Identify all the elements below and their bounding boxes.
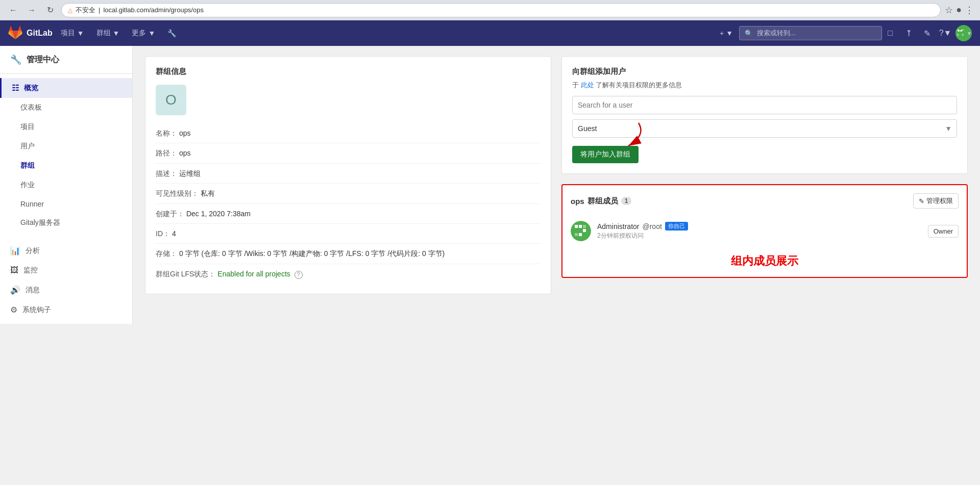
navbar-right-icons: □ ⤒ ✎ ? ▼ ▼ (882, 25, 972, 41)
group-info-title: 群组信息 (156, 67, 541, 76)
svg-rect-3 (958, 32, 960, 34)
group-info-card: 群组信息 O 名称： ops 路径： ops 描述： 运维组 可见性级别： (145, 56, 551, 294)
profile-icon[interactable]: ● (956, 5, 962, 15)
svg-rect-8 (962, 34, 964, 36)
brand-name: GitLab (27, 29, 53, 38)
content-area: 群组信息 O 名称： ops 路径： ops 描述： 运维组 可见性级别： (133, 46, 980, 485)
svg-rect-13 (583, 225, 586, 228)
svg-rect-12 (579, 225, 582, 228)
wrench-icon: 🔧 (10, 54, 21, 65)
avatar (571, 221, 591, 241)
member-name: Administrator @root 你自己 (597, 222, 922, 231)
sidebar-section-overview: ☷ 概览 仪表板 项目 用户 群组 作业 R (0, 74, 132, 237)
address-warning: 不安全 (76, 6, 95, 15)
navbar-avatar[interactable]: ▼ (955, 25, 972, 41)
sidebar-item-dashboard[interactable]: 仪表板 (0, 98, 132, 117)
group-id-row: ID： 4 (156, 224, 541, 244)
svg-rect-19 (583, 233, 586, 236)
svg-rect-6 (962, 29, 964, 31)
right-panel: 向群组添加用户 于 此处 了解有关项目权限的更多信息 Guest Reporte… (561, 56, 968, 294)
svg-rect-16 (583, 229, 586, 232)
sidebar-item-users[interactable]: 用户 (0, 137, 132, 156)
group-path-row: 路径： ops (156, 143, 541, 163)
svg-rect-11 (575, 225, 578, 228)
gitlab-logo-icon (8, 26, 22, 40)
nav-more[interactable]: 更多 ▼ (126, 20, 161, 46)
chevron-down-icon: ▼ (113, 29, 120, 37)
members-title: ops 群组成员 1 (571, 196, 631, 206)
group-avatar: O (156, 85, 186, 115)
sidebar-item-runner[interactable]: Runner (0, 195, 132, 213)
add-member-card: 向群组添加用户 于 此处 了解有关项目权限的更多信息 Guest Reporte… (561, 56, 968, 174)
sidebar-item-label: Gitaly服务器 (20, 218, 60, 227)
svg-rect-7 (957, 34, 959, 36)
chevron-down-icon: ▼ (726, 29, 733, 37)
search-user-input[interactable] (572, 96, 957, 114)
sidebar-item-gitaly[interactable]: Gitaly服务器 (0, 213, 132, 233)
messages-icon: 🔊 (10, 285, 20, 295)
nav-new[interactable]: + ▼ (714, 20, 739, 46)
back-button[interactable]: ← (6, 3, 20, 17)
sidebar-header: 🔧 管理中心 (0, 46, 132, 74)
navbar-search[interactable]: 🔍 搜索或转到... (739, 26, 882, 40)
svg-rect-15 (579, 229, 582, 232)
main-layout: 🔧 管理中心 ☷ 概览 仪表板 项目 用户 群组 (0, 46, 980, 485)
nav-help-icon[interactable]: ? ▼ (937, 25, 953, 41)
nav-clipboard-icon[interactable]: □ (882, 25, 898, 41)
member-info: Administrator @root 你自己 2分钟前授权访问 (597, 222, 922, 240)
group-desc-row: 描述： 运维组 (156, 164, 541, 184)
sidebar-item-analytics[interactable]: 📊 分析 (0, 241, 132, 261)
member-username: @root (642, 222, 662, 231)
group-name-row: 名称： ops (156, 123, 541, 143)
address-separator: | (99, 6, 100, 14)
nav-groups[interactable]: 群组 ▼ (90, 20, 126, 46)
address-url: local.gitlab.com/admin/groups/ops (103, 6, 204, 14)
analytics-icon: 📊 (10, 246, 20, 256)
wrench-icon: 🔧 (167, 29, 176, 37)
hooks-icon: ⚙ (10, 305, 17, 315)
group-visibility-row: 可见性级别： 私有 (156, 184, 541, 203)
members-section: ops 群组成员 1 ✎ 管理权限 (561, 184, 968, 278)
menu-icon[interactable]: ⋮ (965, 5, 974, 16)
sidebar-item-projects[interactable]: 项目 (0, 117, 132, 137)
sidebar-wrapper: 🔧 管理中心 ☷ 概览 仪表板 项目 用户 群组 (0, 46, 133, 485)
reload-button[interactable]: ↻ (43, 3, 57, 17)
add-btn-wrapper: 将用户加入群组 (572, 146, 639, 163)
sidebar-item-overview[interactable]: ☷ 概览 (0, 78, 132, 98)
member-role-badge: Owner (928, 225, 959, 238)
browser-bar: ← → ↻ △ 不安全 | local.gitlab.com/admin/gro… (0, 0, 980, 20)
permissions-link[interactable]: 此处 (581, 81, 594, 89)
nav-wrench[interactable]: 🔧 (161, 20, 182, 46)
monitor-icon: 🖼 (10, 266, 18, 275)
nav-edit-icon[interactable]: ✎ (919, 25, 935, 41)
manage-permissions-button[interactable]: ✎ 管理权限 (913, 193, 959, 209)
nav-projects[interactable]: 项目 ▼ (55, 20, 90, 46)
chevron-down-icon: ▼ (77, 29, 84, 37)
plus-icon: + (720, 29, 724, 37)
bookmark-icon[interactable]: ☆ (945, 5, 953, 16)
content-grid: 群组信息 O 名称： ops 路径： ops 描述： 运维组 可见性级别： (145, 56, 968, 294)
svg-rect-18 (579, 233, 582, 236)
sidebar-item-hooks[interactable]: ⚙ 系统钩子 (0, 300, 132, 320)
lfs-help-icon[interactable]: ? (295, 271, 303, 279)
sidebar-item-groups[interactable]: 群组 (0, 156, 132, 175)
group-storage-row: 存储： 0 字节 (仓库: 0 字节 /Wikis: 0 字节 /构建产物: 0… (156, 244, 541, 264)
member-time: 2分钟前授权访问 (597, 232, 922, 240)
sidebar-item-label: 仪表板 (20, 103, 42, 112)
address-bar[interactable]: △ 不安全 | local.gitlab.com/admin/groups/op… (61, 3, 941, 17)
forward-button[interactable]: → (24, 3, 39, 17)
sidebar-item-jobs[interactable]: 作业 (0, 175, 132, 195)
member-avatar-icon (571, 221, 591, 241)
arrow-annotation (598, 120, 649, 151)
svg-rect-4 (960, 32, 962, 34)
sidebar-item-messages[interactable]: 🔊 消息 (0, 280, 132, 300)
sidebar-item-label: 作业 (20, 181, 35, 190)
nav-merge-icon[interactable]: ⤒ (900, 25, 917, 41)
search-placeholder-text: 搜索或转到... (757, 29, 796, 38)
sidebar-section-analytics: 📊 分析 🖼 监控 🔊 消息 ⚙ 系统钩子 (0, 237, 132, 324)
self-badge: 你自己 (665, 222, 688, 231)
sidebar-item-monitor[interactable]: 🖼 监控 (0, 261, 132, 280)
annotation-text: 组内成员展示 (571, 253, 959, 269)
sidebar-item-label: 用户 (20, 142, 35, 151)
navbar-brand[interactable]: GitLab (8, 26, 53, 40)
